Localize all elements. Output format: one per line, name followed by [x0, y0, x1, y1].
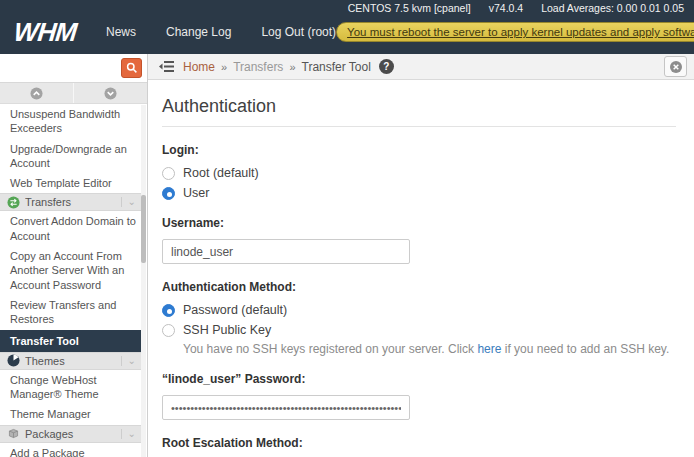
radio-label: Password (default): [183, 303, 287, 317]
sidebar-item-transfer-tool[interactable]: Transfer Tool: [0, 330, 142, 352]
sidebar-scrollbar[interactable]: [141, 105, 146, 457]
username-label: Username:: [162, 216, 676, 230]
header-nav: NewsChange LogLog Out (root): [106, 25, 336, 39]
breadcrumb-home[interactable]: Home: [183, 60, 215, 74]
search-icon: [126, 62, 138, 74]
auth-method-radio-group: Password (default)SSH Public Key: [162, 303, 676, 337]
section-label: Packages: [25, 428, 116, 440]
sidebar-nav: Unsuspend Bandwidth ExceedersUpgrade/Dow…: [0, 104, 147, 457]
reboot-alert-link[interactable]: You must reboot the server to apply kern…: [336, 22, 694, 42]
nav-change-log[interactable]: Change Log: [166, 25, 231, 39]
main-panel: Home»Transfers»Transfer Tool ? Authentic…: [148, 54, 694, 457]
sidebar-section-packages[interactable]: Packages⌄: [0, 425, 142, 443]
radio-user[interactable]: User: [162, 186, 676, 200]
breadcrumb-transfer-tool: Transfer Tool: [302, 60, 371, 74]
whm-window: CENTOS 7.5 kvm [cpanel] v74.0.4 Load Ave…: [0, 0, 694, 457]
help-text-after: if you need to add an SSH key.: [501, 342, 669, 356]
body: Unsuspend Bandwidth ExceedersUpgrade/Dow…: [0, 54, 694, 457]
radio-icon[interactable]: [162, 304, 175, 317]
password-input[interactable]: [162, 395, 410, 420]
server-info: CENTOS 7.5 kvm [cpanel]: [348, 2, 471, 15]
transfer-icon: [7, 196, 20, 209]
content: Authentication Login: Root (default)User…: [148, 80, 694, 457]
sidebar-item-convert-addon-domain-to-account[interactable]: Convert Addon Domain to Account: [0, 211, 142, 246]
radio-ssh-public-key[interactable]: SSH Public Key: [162, 323, 676, 337]
scroll-up-button[interactable]: [0, 83, 74, 103]
themes-icon: [7, 354, 20, 367]
sidebar-section-themes[interactable]: Themes⌄: [0, 352, 142, 370]
login-radio-group: Root (default)User: [162, 166, 676, 200]
sidebar-item-web-template-editor[interactable]: Web Template Editor: [0, 173, 142, 193]
password-label: “linode_user” Password:: [162, 372, 676, 386]
sidebar-item-upgrade-downgrade-an-account[interactable]: Upgrade/Downgrade an Account: [0, 139, 142, 174]
section-label: Transfers: [25, 196, 116, 208]
nav-news[interactable]: News: [106, 25, 136, 39]
login-label: Login:: [162, 143, 676, 157]
whm-logo[interactable]: WHM: [12, 17, 77, 48]
chevron-down-icon[interactable]: ⌄: [121, 356, 140, 366]
authentication-heading: Authentication: [162, 96, 676, 127]
nav-log-out-root[interactable]: Log Out (root): [261, 25, 336, 39]
sidebar-search-row: [0, 54, 147, 83]
close-icon: [669, 60, 683, 74]
help-text-before: You have no SSH keys registered on your …: [183, 342, 477, 356]
ssh-key-help-text: You have no SSH keys registered on your …: [183, 342, 676, 356]
breadcrumb-separator: »: [221, 61, 227, 73]
search-button[interactable]: [121, 58, 142, 78]
radio-password-default[interactable]: Password (default): [162, 303, 676, 317]
breadcrumb-bar: Home»Transfers»Transfer Tool ?: [148, 54, 694, 80]
breadcrumb-separator: »: [289, 61, 295, 73]
chevron-down-icon[interactable]: ⌄: [121, 429, 140, 439]
load-averages: Load Averages: 0.00 0.01 0.05: [541, 2, 684, 15]
chevron-down-circle-icon: [104, 87, 117, 100]
radio-label: User: [183, 186, 209, 200]
radio-label: SSH Public Key: [183, 323, 271, 337]
sidebar-item-unsuspend-bandwidth-exceeders[interactable]: Unsuspend Bandwidth Exceeders: [0, 104, 142, 139]
header: CENTOS 7.5 kvm [cpanel] v74.0.4 Load Ave…: [0, 0, 694, 54]
sidebar-item-change-webhost-manager-theme[interactable]: Change WebHost Manager® Theme: [0, 370, 142, 405]
sidebar-section-transfers[interactable]: Transfers⌄: [0, 193, 142, 211]
chevron-up-circle-icon: [30, 87, 43, 100]
sidebar-scrollbar-thumb[interactable]: [141, 195, 146, 263]
auth-method-label: Authentication Method:: [162, 280, 676, 294]
chevron-down-icon[interactable]: ⌄: [121, 197, 140, 207]
radio-root-default[interactable]: Root (default): [162, 166, 676, 180]
root-escalation-label: Root Escalation Method:: [162, 436, 676, 450]
section-label: Themes: [25, 355, 116, 367]
breadcrumb-transfers[interactable]: Transfers: [233, 60, 283, 74]
whm-version: v74.0.4: [489, 2, 523, 15]
header-row: WHM NewsChange LogLog Out (root) You mus…: [0, 15, 694, 54]
ssh-key-here-link[interactable]: here: [477, 342, 501, 356]
breadcrumb: Home»Transfers»Transfer Tool: [183, 60, 371, 74]
packages-icon: [7, 427, 20, 440]
radio-icon[interactable]: [162, 187, 175, 200]
sidebar-item-add-a-package[interactable]: Add a Package: [0, 443, 142, 457]
sidebar-item-theme-manager[interactable]: Theme Manager: [0, 404, 142, 424]
scroll-down-button[interactable]: [74, 83, 147, 103]
sidebar-item-review-transfers-and-restores[interactable]: Review Transfers and Restores: [0, 295, 142, 330]
sidebar-item-copy-an-account-from-another-server-with-an-account-password[interactable]: Copy an Account From Another Server With…: [0, 246, 142, 295]
server-status-bar: CENTOS 7.5 kvm [cpanel] v74.0.4 Load Ave…: [0, 0, 694, 15]
radio-icon[interactable]: [162, 167, 175, 180]
collapse-sidebar-icon[interactable]: [158, 60, 175, 73]
radio-label: Root (default): [183, 166, 259, 180]
sidebar-scroll-controls: [0, 83, 147, 104]
help-icon[interactable]: ?: [379, 59, 394, 74]
close-button[interactable]: [664, 56, 687, 77]
username-input[interactable]: [162, 239, 410, 264]
sidebar: Unsuspend Bandwidth ExceedersUpgrade/Dow…: [0, 54, 148, 457]
radio-icon[interactable]: [162, 324, 175, 337]
